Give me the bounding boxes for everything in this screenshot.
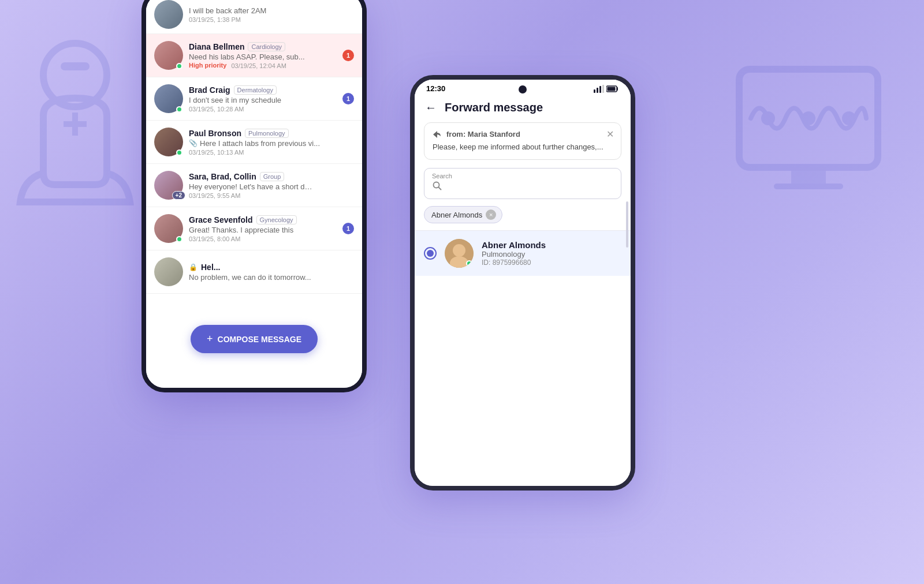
department-badge: Dermatology bbox=[234, 85, 277, 95]
message-header: Sara, Brad, Collin Group bbox=[189, 172, 354, 181]
online-indicator bbox=[466, 260, 472, 267]
message-preview: Need his labs ASAP. Please, sub... bbox=[189, 53, 316, 61]
selected-contact-tag: Abner Almonds × bbox=[424, 206, 502, 223]
signal-icon bbox=[594, 85, 604, 93]
quoted-from: from: Maria Stanford bbox=[433, 130, 613, 138]
contact-name: Brad Craig bbox=[189, 85, 230, 95]
status-icons bbox=[594, 85, 619, 93]
monitor-background-icon bbox=[728, 58, 889, 208]
department-badge: Cardiology bbox=[248, 42, 285, 51]
battery-icon bbox=[606, 85, 619, 92]
svg-line-17 bbox=[439, 188, 441, 190]
list-item[interactable]: Grace Sevenfold Gynecology Great! Thanks… bbox=[146, 207, 362, 250]
message-right: 1 bbox=[342, 223, 354, 234]
search-input-wrap[interactable] bbox=[424, 168, 621, 199]
status-bar: 12:30 bbox=[415, 80, 631, 95]
forward-message-screen: 12:30 ← Forward mess bbox=[415, 80, 631, 486]
message-header: Brad Craig Dermatology bbox=[189, 85, 337, 95]
tag-row: Abner Almonds × bbox=[415, 206, 631, 230]
message-preview: I don't see it in my schedule bbox=[189, 96, 316, 104]
phone-1: I will be back after 2AM 03/19/25, 1:38 … bbox=[141, 0, 367, 392]
list-item[interactable]: 🔒 Hel... No problem, we can do it tomorr… bbox=[146, 250, 362, 294]
svg-rect-8 bbox=[791, 167, 826, 185]
unread-badge: 1 bbox=[342, 223, 354, 234]
search-box: Search bbox=[424, 168, 621, 199]
list-item[interactable]: Brad Craig Dermatology I don't see it in… bbox=[146, 77, 362, 121]
plus-icon: + bbox=[207, 333, 213, 345]
radio-selected bbox=[427, 250, 434, 257]
contact-avatar bbox=[445, 239, 474, 268]
unread-badge: 1 bbox=[342, 93, 354, 104]
contact-dept: Pulmonology bbox=[482, 250, 621, 259]
contact-name: Paul Bronson bbox=[189, 129, 241, 138]
contact-name: Abner Almonds bbox=[482, 240, 621, 250]
contact-id: ID: 8975996680 bbox=[482, 259, 621, 267]
contact-item[interactable]: Abner Almonds Pulmonology ID: 8975996680 bbox=[415, 230, 631, 276]
camera-notch bbox=[519, 85, 527, 93]
avatar-wrap bbox=[154, 41, 183, 70]
message-preview: Hey everyone! Let's have a short descr..… bbox=[189, 182, 316, 191]
message-preview: Here I attach labs from previous vi... bbox=[200, 139, 320, 148]
attachment-icon: 📎 bbox=[189, 139, 198, 147]
message-header: Grace Sevenfold Gynecology bbox=[189, 215, 337, 224]
message-time: 03/19/25, 12:04 AM bbox=[231, 62, 286, 69]
search-label: Search bbox=[432, 173, 452, 179]
status-time: 12:30 bbox=[426, 84, 445, 93]
message-time: 03/19/25, 10:13 AM bbox=[189, 149, 354, 156]
avatar bbox=[154, 257, 183, 286]
message-time: 03/19/25, 1:38 PM bbox=[189, 16, 354, 23]
message-content: Sara, Brad, Collin Group Hey everyone! L… bbox=[189, 172, 354, 199]
priority-label: High priority bbox=[189, 62, 226, 69]
forward-title: Forward message bbox=[445, 101, 543, 114]
svg-rect-3 bbox=[61, 62, 90, 70]
message-preview: I will be back after 2AM bbox=[189, 6, 316, 15]
message-header: Paul Bronson Pulmonology bbox=[189, 129, 354, 138]
message-time: 03/19/25, 8:00 AM bbox=[189, 235, 337, 242]
message-content: Brad Craig Dermatology I don't see it in… bbox=[189, 85, 337, 113]
message-content: Grace Sevenfold Gynecology Great! Thanks… bbox=[189, 215, 337, 242]
list-item[interactable]: Diana Bellmen Cardiology Need his labs A… bbox=[146, 34, 362, 77]
close-quoted-button[interactable]: ✕ bbox=[606, 129, 614, 140]
priority-row: High priority 03/19/25, 12:04 AM bbox=[189, 61, 337, 69]
back-button[interactable]: ← bbox=[425, 101, 437, 114]
quoted-text: Please, keep me informed about further c… bbox=[433, 142, 613, 152]
svg-rect-11 bbox=[597, 88, 598, 93]
avatar-wrap: +2 bbox=[154, 171, 183, 200]
svg-rect-13 bbox=[602, 85, 604, 93]
list-item[interactable]: Paul Bronson Pulmonology 📎 Here I attach… bbox=[146, 121, 362, 164]
avatar-wrap bbox=[154, 0, 183, 29]
contact-name: Hel... bbox=[201, 263, 220, 272]
message-content: Diana Bellmen Cardiology Need his labs A… bbox=[189, 42, 337, 69]
avatar-wrap bbox=[154, 84, 183, 113]
tag-name: Abner Almonds bbox=[431, 211, 482, 219]
message-content: 🔒 Hel... No problem, we can do it tomorr… bbox=[189, 263, 354, 282]
department-badge: Pulmonology bbox=[245, 129, 289, 138]
message-right: 1 bbox=[342, 93, 354, 104]
avatar-wrap bbox=[154, 128, 183, 156]
department-badge: Gynecology bbox=[256, 215, 297, 224]
nurse-background-icon bbox=[12, 35, 139, 219]
online-indicator bbox=[176, 106, 182, 113]
message-list-screen: I will be back after 2AM 03/19/25, 1:38 … bbox=[146, 0, 362, 388]
svg-point-19 bbox=[453, 244, 465, 257]
remove-tag-button[interactable]: × bbox=[486, 209, 496, 220]
message-preview: Great! Thanks. I appreciate this bbox=[189, 226, 316, 234]
compose-message-button[interactable]: + COMPOSE MESSAGE bbox=[191, 325, 318, 353]
online-indicator bbox=[176, 236, 182, 242]
unread-badge: 1 bbox=[342, 50, 354, 61]
list-item[interactable]: I will be back after 2AM 03/19/25, 1:38 … bbox=[146, 0, 362, 34]
lock-icon: 🔒 bbox=[189, 263, 198, 271]
svg-rect-10 bbox=[594, 89, 595, 93]
avatar bbox=[154, 0, 183, 29]
svg-rect-12 bbox=[599, 86, 601, 93]
contact-name: Grace Sevenfold bbox=[189, 215, 253, 224]
forward-icon bbox=[433, 130, 442, 138]
contact-info: Abner Almonds Pulmonology ID: 8975996680 bbox=[482, 240, 621, 267]
svg-rect-9 bbox=[774, 184, 843, 189]
scrollbar bbox=[626, 201, 628, 248]
message-time: 03/19/25, 10:28 AM bbox=[189, 106, 337, 113]
list-item[interactable]: +2 Sara, Brad, Collin Group Hey everyone… bbox=[146, 164, 362, 207]
radio-button[interactable] bbox=[424, 247, 437, 260]
quoted-from-label: from: Maria Stanford bbox=[446, 130, 520, 138]
department-badge: Group bbox=[260, 172, 285, 181]
